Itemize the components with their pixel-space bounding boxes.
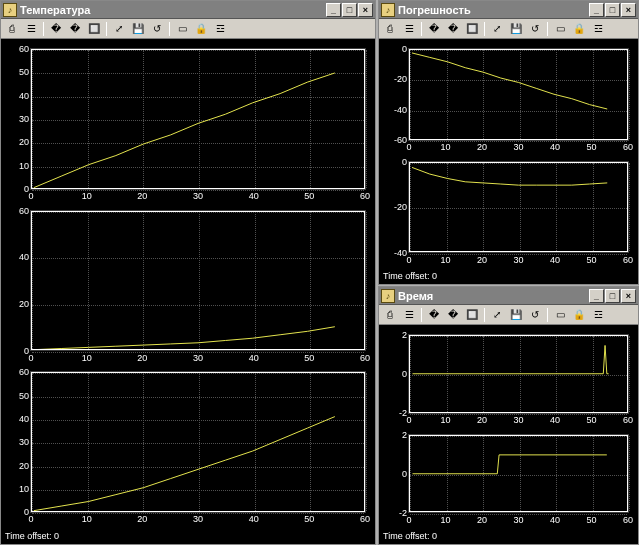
- x-tick-label: 30: [509, 142, 529, 152]
- close-button[interactable]: ×: [358, 3, 373, 17]
- zoom-box-icon[interactable]: 🔲: [463, 21, 481, 37]
- x-tick-label: 10: [436, 255, 456, 265]
- print-icon[interactable]: ⎙: [381, 21, 399, 37]
- zoom-in-icon[interactable]: �: [47, 21, 65, 37]
- autoscale-icon[interactable]: ⤢: [488, 21, 506, 37]
- float-icon[interactable]: ▭: [551, 21, 569, 37]
- grid-line: [32, 397, 364, 398]
- grid-line: [410, 436, 627, 437]
- x-tick-label: 30: [188, 353, 208, 363]
- lock-icon[interactable]: 🔒: [192, 21, 210, 37]
- grid-line: [32, 443, 364, 444]
- y-tick-label: 2: [385, 430, 407, 440]
- maximize-button[interactable]: □: [605, 289, 620, 303]
- x-tick-label: 20: [472, 515, 492, 525]
- titlebar-left: ♪Погрешность: [381, 3, 471, 17]
- y-tick-label: 10: [7, 161, 29, 171]
- zoom-box-icon[interactable]: 🔲: [463, 307, 481, 323]
- save-icon[interactable]: 💾: [507, 307, 525, 323]
- plot-container[interactable]: 01020304050600102030405060: [3, 366, 373, 526]
- y-tick-label: 30: [7, 114, 29, 124]
- plot-container[interactable]: 0102030405060-202: [381, 329, 636, 427]
- float-icon[interactable]: ▭: [551, 307, 569, 323]
- save-icon[interactable]: 💾: [129, 21, 147, 37]
- grid-line: [143, 212, 144, 350]
- zoom-in-icon[interactable]: �: [425, 21, 443, 37]
- y-tick-label: 20: [7, 299, 29, 309]
- trace-err2: [410, 163, 627, 252]
- scope-icon: ♪: [381, 289, 395, 303]
- autoscale-icon[interactable]: ⤢: [488, 307, 506, 323]
- lock-icon[interactable]: 🔒: [570, 307, 588, 323]
- toolbar-separator: [484, 22, 485, 36]
- titlebar[interactable]: ♪Погрешность_□×: [379, 1, 638, 19]
- trace-time1: [410, 336, 627, 412]
- print-icon[interactable]: ⎙: [381, 307, 399, 323]
- sync-icon[interactable]: ☲: [589, 21, 607, 37]
- autoscale-icon[interactable]: ⤢: [110, 21, 128, 37]
- x-tick-label: 40: [545, 142, 565, 152]
- zoom-out-icon[interactable]: �: [444, 21, 462, 37]
- x-tick-label: 60: [355, 353, 375, 363]
- grid-line: [556, 50, 557, 139]
- params-icon[interactable]: ☰: [400, 21, 418, 37]
- y-tick-label: 10: [7, 484, 29, 494]
- grid-line: [520, 163, 521, 252]
- maximize-button[interactable]: □: [605, 3, 620, 17]
- y-tick-label: 30: [7, 437, 29, 447]
- lock-icon[interactable]: 🔒: [570, 21, 588, 37]
- close-button[interactable]: ×: [621, 3, 636, 17]
- x-tick-label: 30: [188, 191, 208, 201]
- x-tick-label: 10: [436, 142, 456, 152]
- toolbar-separator: [547, 308, 548, 322]
- x-tick-label: 50: [582, 415, 602, 425]
- grid-line: [520, 436, 521, 512]
- sync-icon[interactable]: ☲: [211, 21, 229, 37]
- restore-icon[interactable]: ↺: [148, 21, 166, 37]
- time-offset-label: Time offset: 0: [1, 530, 375, 544]
- y-tick-label: 20: [7, 461, 29, 471]
- grid-line: [32, 490, 364, 491]
- zoom-out-icon[interactable]: �: [444, 307, 462, 323]
- save-icon[interactable]: 💾: [507, 21, 525, 37]
- zoom-box-icon[interactable]: 🔲: [85, 21, 103, 37]
- grid-line: [593, 163, 594, 252]
- maximize-button[interactable]: □: [342, 3, 357, 17]
- restore-icon[interactable]: ↺: [526, 307, 544, 323]
- minimize-button[interactable]: _: [326, 3, 341, 17]
- trace-temp2: [32, 212, 364, 350]
- x-tick-label: 40: [244, 353, 264, 363]
- params-icon[interactable]: ☰: [22, 21, 40, 37]
- minimize-button[interactable]: _: [589, 3, 604, 17]
- y-tick-label: 60: [7, 206, 29, 216]
- window-title: Время: [398, 290, 433, 302]
- minimize-button[interactable]: _: [589, 289, 604, 303]
- plot-axes: [31, 372, 365, 512]
- scope-icon: ♪: [3, 3, 17, 17]
- grid-line: [366, 50, 367, 188]
- trace-time2: [410, 436, 627, 512]
- restore-icon[interactable]: ↺: [526, 21, 544, 37]
- titlebar[interactable]: ♪Время_□×: [379, 287, 638, 305]
- grid-line: [483, 436, 484, 512]
- titlebar[interactable]: ♪Температура_□×: [1, 1, 375, 19]
- sync-icon[interactable]: ☲: [589, 307, 607, 323]
- plot-container[interactable]: 01020304050600204060: [3, 205, 373, 365]
- scope-window-w2: ♪Погрешность_□×⎙☰��🔲⤢💾↺▭🔒☲0102030405060-…: [378, 0, 639, 285]
- close-button[interactable]: ×: [621, 289, 636, 303]
- grid-line: [447, 163, 448, 252]
- plot-container[interactable]: 0102030405060-60-40-200: [381, 43, 636, 154]
- grid-line: [593, 436, 594, 512]
- params-icon[interactable]: ☰: [400, 307, 418, 323]
- y-tick-label: 0: [385, 157, 407, 167]
- plot-container[interactable]: 0102030405060-40-200: [381, 156, 636, 267]
- zoom-out-icon[interactable]: �: [66, 21, 84, 37]
- plot-container[interactable]: 0102030405060-202: [381, 429, 636, 527]
- grid-line: [593, 336, 594, 412]
- float-icon[interactable]: ▭: [173, 21, 191, 37]
- y-tick-label: 0: [385, 44, 407, 54]
- zoom-in-icon[interactable]: �: [425, 307, 443, 323]
- plot-container[interactable]: 01020304050600102030405060: [3, 43, 373, 203]
- print-icon[interactable]: ⎙: [3, 21, 21, 37]
- grid-line: [199, 212, 200, 350]
